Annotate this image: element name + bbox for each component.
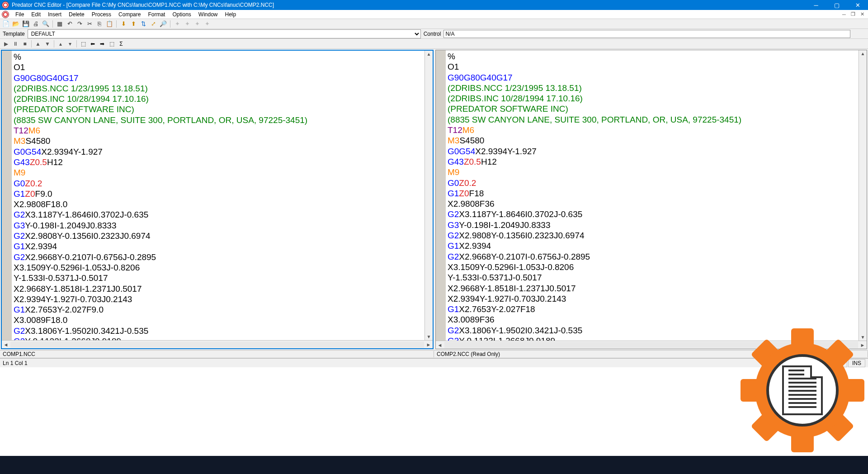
mdi-minimize[interactable]: ─ (840, 11, 848, 18)
left-pane: %O1G90G80G40G17(2DRIBS.NCC 1/23/1995 13.… (1, 50, 434, 349)
compare-left-icon[interactable]: ⬚ (79, 40, 87, 48)
mdi-restore[interactable]: ❐ (849, 11, 857, 18)
stop-icon[interactable]: ■ (21, 40, 29, 48)
pause-icon[interactable]: ⏸ (11, 40, 19, 48)
menu-format[interactable]: Format (144, 10, 169, 19)
compare-container: %O1G90G80G40G17(2DRIBS.NCC 1/23/1995 13.… (0, 49, 868, 350)
move-right-icon[interactable]: ➡ (98, 40, 106, 48)
play-icon[interactable]: ▶ (2, 40, 10, 48)
menu-help[interactable]: Help (222, 10, 240, 19)
menu-compare[interactable]: Compare (115, 10, 144, 19)
save-icon[interactable]: 💾 (22, 20, 30, 28)
secondary-toolbar: ▶ ⏸ ■ ▲ ▼ ▴ ▾ ⬚ ⬅ ➡ ⬚ Σ (0, 39, 868, 49)
right-pane: %O1G90G80G40G17(2DRIBS.NCC 1/23/1995 13.… (435, 50, 867, 349)
tool4-icon[interactable]: ⤢ (149, 20, 157, 28)
undo-icon[interactable]: ↶ (66, 20, 74, 28)
right-filename: COMP2.NCC (Read Only) (434, 351, 868, 357)
left-vscroll[interactable]: ▲▼ (425, 51, 433, 340)
minimize-button[interactable]: ─ (806, 0, 826, 10)
up-icon[interactable]: ▲ (34, 40, 42, 48)
sparkle4-icon[interactable]: ✦ (203, 20, 211, 28)
find-icon[interactable]: 🔎 (159, 20, 167, 28)
doc-icon (2, 11, 9, 18)
sparkle2-icon[interactable]: ✦ (183, 20, 191, 28)
menu-delete[interactable]: Delete (65, 10, 88, 19)
sigma-icon[interactable]: Σ (117, 40, 125, 48)
open-icon[interactable]: 📂 (12, 20, 20, 28)
right-editor[interactable]: %O1G90G80G40G17(2DRIBS.NCC 1/23/1995 13.… (446, 50, 859, 341)
down-icon[interactable]: ▼ (43, 40, 52, 48)
prev-icon[interactable]: ▴ (57, 40, 65, 48)
main-toolbar: 📄 📂 💾 🖨 🔍 ▦ ↶ ↷ ✂ ⎘ 📋 ⬇ ⬆ ⇅ ⤢ 🔎 ✦ ✦ ✦ ✦ (0, 19, 868, 29)
new-icon[interactable]: 📄 (2, 20, 10, 28)
status-num: NUM (803, 359, 823, 367)
sparkle1-icon[interactable]: ✦ (173, 20, 181, 28)
control-label: Control (424, 31, 441, 37)
menu-process[interactable]: Process (88, 10, 115, 19)
copy-icon[interactable]: ⎘ (95, 20, 104, 28)
left-hscroll[interactable]: ◄► (2, 340, 433, 348)
window-title: Predator CNC Editor - [Compare File C:\M… (12, 2, 806, 8)
left-gutter (2, 51, 12, 340)
tool3-icon[interactable]: ⇅ (139, 20, 147, 28)
grid-icon[interactable]: ▦ (56, 20, 64, 28)
template-label: Template (3, 31, 25, 37)
cut-icon[interactable]: ✂ (85, 20, 94, 28)
titlebar[interactable]: Predator CNC Editor - [Compare File C:\M… (0, 0, 868, 10)
control-input[interactable] (443, 30, 850, 38)
paste-icon[interactable]: 📋 (105, 20, 113, 28)
status-ins: INS (848, 359, 865, 367)
preview-icon[interactable]: 🔍 (42, 20, 50, 28)
tool2-icon[interactable]: ⬆ (129, 20, 137, 28)
taskbar[interactable] (0, 456, 868, 474)
menu-edit[interactable]: Edit (28, 10, 44, 19)
left-editor[interactable]: %O1G90G80G40G17(2DRIBS.NCC 1/23/1995 13.… (12, 51, 425, 340)
status-position: Ln 1 Col 1 (3, 360, 802, 366)
sparkle3-icon[interactable]: ✦ (193, 20, 201, 28)
app-icon (2, 1, 9, 9)
tool1-icon[interactable]: ⬇ (119, 20, 127, 28)
move-left-icon[interactable]: ⬅ (89, 40, 97, 48)
statusbar: Ln 1 Col 1 NUM CAPS INS (0, 358, 868, 367)
redo-icon[interactable]: ↷ (75, 20, 84, 28)
mdi-close[interactable]: ✕ (858, 11, 866, 18)
template-row: Template DEFAULT Control (0, 29, 868, 39)
menu-options[interactable]: Options (169, 10, 194, 19)
menu-insert[interactable]: Insert (44, 10, 65, 19)
menu-window[interactable]: Window (195, 10, 222, 19)
file-label-row: COMP1.NCC COMP2.NCC (Read Only) (0, 350, 868, 358)
right-hscroll[interactable]: ◄► (436, 341, 867, 349)
print-icon[interactable]: 🖨 (32, 20, 40, 28)
left-filename: COMP1.NCC (0, 351, 434, 357)
menu-file[interactable]: File (12, 10, 28, 19)
template-select[interactable]: DEFAULT (28, 29, 421, 38)
close-button[interactable]: ✕ (847, 0, 868, 10)
right-vscroll[interactable]: ▲▼ (859, 50, 867, 341)
right-gutter (436, 50, 446, 341)
next-icon[interactable]: ▾ (66, 40, 74, 48)
maximize-button[interactable]: ▢ (826, 0, 847, 10)
status-caps: CAPS (824, 359, 847, 367)
compare-right-icon[interactable]: ⬚ (108, 40, 116, 48)
menubar: FileEditInsertDeleteProcessCompareFormat… (0, 10, 868, 19)
